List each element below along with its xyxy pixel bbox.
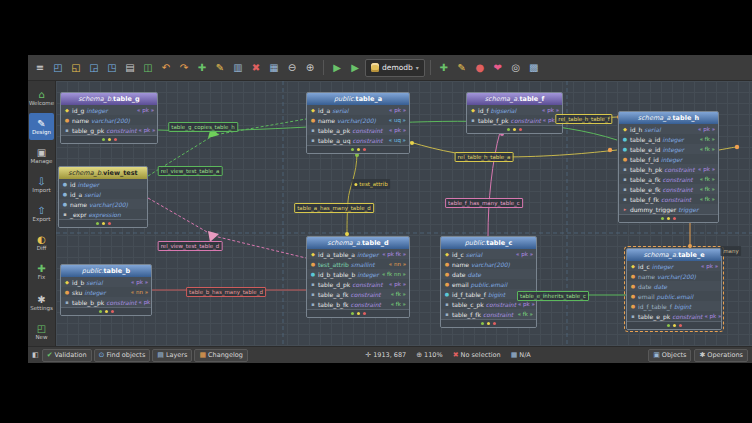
table-row-dummy_trigger[interactable]: ▸dummy_triggertrigger [619,204,718,214]
table-row-table_a_fk[interactable]: ▪table_a_fkconstraint« fk » [307,289,409,299]
edit-model-icon[interactable]: ✎ [454,60,470,76]
zoom-out-icon[interactable]: ⊖ [284,60,300,76]
table-row-table_a_uq[interactable]: ▪table_a_uqconstraint« uq » [307,135,409,145]
table-row-date[interactable]: ●datedate [441,269,536,279]
relationship-line-edge[interactable] [719,147,737,150]
relationship-line-table_f_has_many_table_c[interactable] [488,132,500,236]
table-row-table_e_pk[interactable]: ▪table_e_pkconstraint« pk » [627,311,721,321]
table-row-table_h_pk[interactable]: ▪table_h_pkconstraint« pk » [619,164,718,174]
table-row-table_d_pk[interactable]: ▪table_d_pkconstraint« pk » [307,279,409,289]
validate-play-icon[interactable]: ▶ [329,60,345,76]
save-model-icon[interactable]: ◲ [86,60,102,76]
relationship-label[interactable]: table_f_has_many_table_c [445,198,523,208]
layers-button[interactable]: ▤Layers [152,349,192,362]
sidebar-item-import[interactable]: ⇩Import [28,171,55,198]
database-combo[interactable]: demodb ▾ [365,59,425,77]
table-node-table_d[interactable]: schema_a.table_d◆id_a_table_ainteger« pk… [306,236,410,318]
delete-object-icon[interactable]: ✖ [248,60,264,76]
new-object-icon[interactable]: ✚ [194,60,210,76]
find-objects-button[interactable]: ⊙Find objects [94,349,151,362]
sidebar-item-settings[interactable]: ✱Settings [28,289,55,316]
table-row-id_b[interactable]: ◆id_bserial« pk » [61,277,151,287]
menu-icon[interactable]: ≡ [32,60,48,76]
about-icon[interactable]: ◎ [508,60,524,76]
table-node-table_f[interactable]: schema_a.table_f◆id_fbigserial« pk »▪tab… [466,92,563,134]
redo-icon[interactable]: ↷ [176,60,192,76]
table-row-name[interactable]: ●namevarchar(200) [627,271,721,281]
table-row-id_a_table_a[interactable]: ◆id_a_table_ainteger« pk fk » [307,249,409,259]
table-row-name[interactable]: ●namevarchar(200) [441,259,536,269]
zoom-in-icon[interactable]: ⊕ [302,60,318,76]
relationship-line-rel_table_h_table_a[interactable] [410,142,617,157]
table-row-table_f_pk[interactable]: ▪table_f_pkconstraint« pk » [467,115,562,125]
table-row-id_a[interactable]: ●id_aserial [59,189,147,199]
table-row-email[interactable]: ●emailpublic.email [441,279,536,289]
table-row-table_f_fk[interactable]: ▪table_f_fkconstraint« fk » [441,309,536,319]
table-row-table_f_id[interactable]: ●table_f_idinteger [619,154,718,164]
table-row-id[interactable]: ●idinteger [59,179,147,189]
print-icon[interactable]: ▤ [122,60,138,76]
table-row-table_a_pk[interactable]: ▪table_a_pkconstraint« pk » [307,125,409,135]
table-row-test_attrib[interactable]: ●test_attribsmallint« nn » [307,259,409,269]
table-node-table_c[interactable]: public.table_c◆id_cserial« pk »●namevarc… [440,236,537,328]
relationship-label[interactable]: table_e_inherits_table_c [517,291,589,301]
table-node-table_g[interactable]: schema_b.table_g◆id_ginteger« pk »●namev… [60,92,158,144]
new-model-icon[interactable]: ◰ [50,60,66,76]
changelog-button[interactable]: ▦Changelog [194,349,247,362]
relationship-label[interactable]: test_attrib [351,179,390,189]
save-as-icon[interactable]: ◳ [104,60,120,76]
relationship-label[interactable]: table_g_copies_table_h [168,122,238,132]
open-model-icon[interactable]: ◱ [68,60,84,76]
bug-report-icon[interactable]: ● [472,60,488,76]
export-icon[interactable]: ◫ [140,60,156,76]
table-row-id_h[interactable]: ◆id_hserial« pk » [619,124,718,134]
relationship-label[interactable]: rel_view_test_table_d [158,241,223,251]
relationship-label[interactable]: rel_table_h_table_a [455,152,514,162]
table-node-table_h[interactable]: schema_a.table_h◆id_hserial« pk »●table_… [618,111,719,223]
edit-object-icon[interactable]: ✎ [212,60,228,76]
relationship-label[interactable]: rel_view_test_table_a [158,166,223,176]
show-grid-icon[interactable]: ▦ [266,60,282,76]
relationship-label[interactable]: table_b_has_many_table_d [186,287,266,297]
table-node-table_a[interactable]: public.table_a◆id_aserial« pk »●namevarc… [306,92,410,154]
source-code-icon[interactable]: ▥ [230,60,246,76]
table-node-table_e[interactable]: schema_a.table_e◆id_cinteger« pk »●namev… [626,248,722,330]
sidebar-item-export[interactable]: ⇧Export [28,200,55,227]
new-database-icon[interactable]: ✚ [436,60,452,76]
table-row-table_b_fk[interactable]: ▪table_b_fkconstraint« fk » [307,299,409,309]
relationship-label[interactable]: table_a_has_many_table_d [294,203,374,213]
objects-button[interactable]: ▣Objects [648,349,691,362]
table-row-table_e_fk[interactable]: ▪table_e_fkconstraint« fk » [619,184,718,194]
table-row-id_g[interactable]: ◆id_ginteger« pk » [61,105,157,115]
table-row-table_g_pk[interactable]: ▪table_g_pkconstraint« pk » [61,125,157,135]
panel-toggle-button[interactable]: ◧ [32,351,39,359]
table-row-sku[interactable]: ●skuinteger« nn » [61,287,151,297]
relationship-label[interactable]: many [720,246,741,256]
table-row-table_f_fk[interactable]: ▪table_f_fkconstraint« fk » [619,194,718,204]
table-row-id_f_table_f[interactable]: ●id_f_table_fbigint [627,301,721,311]
relationship-label[interactable]: rel_table_h_table_f [555,114,612,124]
table-row-name[interactable]: ●namevarchar(200)« uq » [307,115,409,125]
sidebar-item-manage[interactable]: ▣Manage [28,142,55,169]
table-row-id_f[interactable]: ◆id_fbigserial« pk » [467,105,562,115]
table-row-name[interactable]: ●namevarchar(200) [59,199,147,209]
table-row-id_c[interactable]: ◆id_cserial« pk » [441,249,536,259]
table-row-table_b_pk[interactable]: ▪table_b_pkconstraint« pk » [61,297,151,307]
table-node-view_test[interactable]: schema_b.view_test●idinteger●id_aserial●… [58,166,148,228]
operations-button[interactable]: ✱Operations [694,349,748,362]
donate-icon[interactable]: ❤ [490,60,506,76]
undo-icon[interactable]: ↶ [158,60,174,76]
plugins-icon[interactable]: ▩ [526,60,542,76]
table-node-table_b[interactable]: public.table_b◆id_bserial« pk »●skuinteg… [60,264,152,316]
sidebar-item-diff[interactable]: ◐Diff [28,229,55,256]
table-row-table_a_id[interactable]: ●table_a_idinteger« fk » [619,134,718,144]
sidebar-item-new[interactable]: ◰New [28,318,55,345]
table-row-table_e_id[interactable]: ●table_e_idinteger« fk » [619,144,718,154]
table-row-date[interactable]: ●datedate [627,281,721,291]
table-row-id_a[interactable]: ◆id_aserial« pk » [307,105,409,115]
table-row-id_b_table_b[interactable]: ●id_b_table_binteger« fk nn » [307,269,409,279]
table-row-email[interactable]: ●emailpublic.email [627,291,721,301]
table-row-table_a_fk[interactable]: ▪table_a_fkconstraint« fk » [619,174,718,184]
run-sql-play-icon[interactable]: ▶ [347,60,363,76]
relationship-line-table_a_has_many_table_d[interactable] [347,152,357,236]
